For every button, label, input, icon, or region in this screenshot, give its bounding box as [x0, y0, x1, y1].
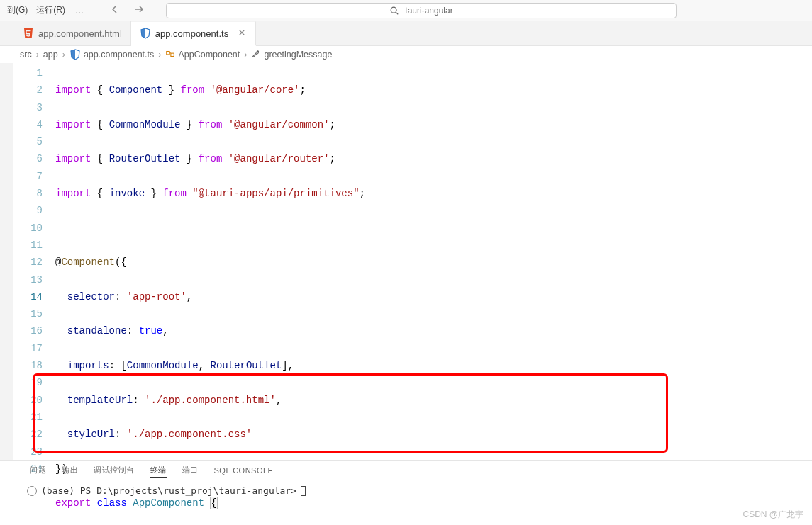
editor-tab-bar: app.component.html app.component.ts — [0, 21, 812, 46]
nav-forward-icon[interactable] — [133, 4, 145, 17]
class-icon — [165, 49, 175, 61]
search-icon — [389, 6, 399, 16]
code-editor[interactable]: 12345 678910 1112131415 1617181920 21222… — [0, 63, 812, 460]
terminal-status-icon — [27, 486, 37, 496]
chevron-right-icon: › — [244, 50, 247, 60]
editor-left-margin — [0, 63, 13, 460]
svg-rect-2 — [171, 53, 174, 56]
command-center[interactable]: tauri-angular — [166, 3, 677, 18]
nav-history — [109, 4, 145, 17]
svg-rect-1 — [167, 51, 169, 54]
line-gutter: 12345 678910 1112131415 1617181920 21222… — [13, 63, 55, 460]
breadcrumb[interactable]: src › app › app.component.ts › AppCompon… — [0, 46, 812, 63]
chevron-right-icon: › — [62, 50, 65, 60]
code-content[interactable]: import { Component } from '@angular/core… — [55, 63, 812, 460]
tab-app-component-ts[interactable]: app.component.ts — [131, 21, 256, 46]
svg-point-0 — [391, 7, 397, 13]
menu-run[interactable]: 运行(R) — [32, 4, 69, 16]
breadcrumb-item[interactable]: app — [43, 50, 58, 60]
breadcrumb-symbol-class[interactable]: AppComponent — [165, 49, 240, 61]
wrench-icon — [251, 49, 261, 61]
menu-goto[interactable]: 到(G) — [3, 4, 32, 16]
tab-label: app.component.html — [38, 28, 122, 39]
html5-icon — [23, 28, 34, 39]
breadcrumb-item[interactable]: app.component.ts — [69, 49, 154, 60]
title-bar: 到(G) 运行(R) … tauri-angular — [0, 0, 812, 21]
angular-ts-icon — [69, 49, 81, 60]
tab-label: app.component.ts — [155, 28, 228, 39]
watermark: CSDN @广龙宇 — [743, 509, 803, 521]
angular-ts-icon — [140, 28, 151, 39]
breadcrumb-symbol-property[interactable]: greetingMessage — [251, 49, 332, 61]
chevron-right-icon: › — [158, 50, 161, 60]
search-placeholder: tauri-angular — [405, 6, 452, 16]
menu-overflow-icon[interactable]: … — [75, 6, 88, 16]
tab-app-component-html[interactable]: app.component.html — [14, 21, 131, 45]
nav-back-icon[interactable] — [109, 4, 121, 17]
breadcrumb-item[interactable]: src — [20, 50, 32, 60]
chevron-right-icon: › — [36, 50, 39, 60]
close-icon[interactable] — [237, 28, 247, 40]
